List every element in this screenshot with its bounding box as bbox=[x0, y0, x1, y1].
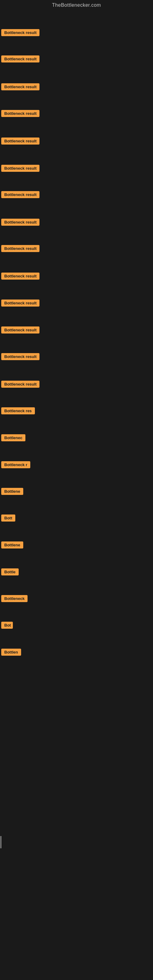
bottleneck-item-13: Bottleneck result bbox=[1, 351, 40, 364]
bottleneck-badge-23[interactable]: Bot bbox=[1, 622, 13, 629]
items-container: Bottleneck resultBottleneck resultBottle… bbox=[0, 9, 153, 980]
bottleneck-item-14: Bottleneck result bbox=[1, 378, 40, 391]
bottleneck-badge-18[interactable]: Bottlene bbox=[1, 488, 23, 495]
bottleneck-badge-11[interactable]: Bottleneck result bbox=[1, 299, 40, 307]
bottleneck-badge-3[interactable]: Bottleneck result bbox=[1, 83, 40, 90]
bottleneck-item-10: Bottleneck result bbox=[1, 270, 40, 283]
bottleneck-item-22: Bottleneck bbox=[1, 593, 27, 606]
bottleneck-item-19: Bott bbox=[1, 512, 15, 525]
bottleneck-badge-9[interactable]: Bottleneck result bbox=[1, 245, 40, 252]
bottleneck-badge-21[interactable]: Bottle bbox=[1, 568, 19, 576]
bottleneck-item-4: Bottleneck result bbox=[1, 108, 40, 121]
bottleneck-badge-20[interactable]: Bottlene bbox=[1, 541, 23, 549]
bottleneck-badge-15[interactable]: Bottleneck res bbox=[1, 407, 35, 414]
bottleneck-item-20: Bottlene bbox=[1, 539, 23, 552]
bottleneck-item-1: Bottleneck result bbox=[1, 27, 40, 40]
bottleneck-badge-4[interactable]: Bottleneck result bbox=[1, 110, 40, 117]
bottleneck-badge-12[interactable]: Bottleneck result bbox=[1, 326, 40, 334]
bottleneck-item-3: Bottleneck result bbox=[1, 81, 40, 94]
bottleneck-item-6: Bottleneck result bbox=[1, 162, 40, 175]
bottleneck-item-7: Bottleneck result bbox=[1, 189, 40, 202]
bottleneck-badge-13[interactable]: Bottleneck result bbox=[1, 353, 40, 360]
bottleneck-item-8: Bottleneck result bbox=[1, 216, 40, 229]
bottleneck-item-15: Bottleneck res bbox=[1, 405, 35, 418]
bottleneck-item-12: Bottleneck result bbox=[1, 324, 40, 337]
site-header: TheBottlenecker.com bbox=[0, 0, 153, 9]
bottleneck-badge-16[interactable]: Bottlenec bbox=[1, 434, 26, 441]
bottleneck-badge-5[interactable]: Bottleneck result bbox=[1, 137, 40, 145]
bottleneck-item-5: Bottleneck result bbox=[1, 135, 40, 148]
bottleneck-badge-14[interactable]: Bottleneck result bbox=[1, 381, 40, 388]
bottleneck-badge-10[interactable]: Bottleneck result bbox=[1, 272, 40, 280]
bottleneck-item-17: Bottleneck r bbox=[1, 459, 30, 472]
site-title: TheBottlenecker.com bbox=[0, 0, 153, 9]
bottleneck-item-21: Bottle bbox=[1, 566, 19, 579]
bottleneck-item-16: Bottlenec bbox=[1, 432, 26, 445]
bottleneck-badge-17[interactable]: Bottleneck r bbox=[1, 461, 30, 468]
bottleneck-badge-19[interactable]: Bott bbox=[1, 514, 15, 522]
bottleneck-item-23: Bot bbox=[1, 619, 13, 632]
bottleneck-badge-2[interactable]: Bottleneck result bbox=[1, 56, 40, 62]
bottleneck-item-2: Bottleneck result bbox=[1, 53, 40, 66]
bottleneck-badge-6[interactable]: Bottleneck result bbox=[1, 165, 40, 172]
bottleneck-badge-24[interactable]: Bottlen bbox=[1, 649, 21, 656]
bottleneck-item-9: Bottleneck result bbox=[1, 243, 40, 256]
bottleneck-badge-8[interactable]: Bottleneck result bbox=[1, 219, 40, 226]
bottleneck-item-18: Bottlene bbox=[1, 485, 23, 499]
bottleneck-badge-1[interactable]: Bottleneck result bbox=[1, 29, 40, 36]
text-cursor bbox=[1, 836, 1, 848]
bottleneck-badge-7[interactable]: Bottleneck result bbox=[1, 191, 40, 198]
bottleneck-badge-22[interactable]: Bottleneck bbox=[1, 595, 27, 602]
bottleneck-item-24: Bottlen bbox=[1, 646, 21, 659]
bottleneck-item-11: Bottleneck result bbox=[1, 297, 40, 310]
